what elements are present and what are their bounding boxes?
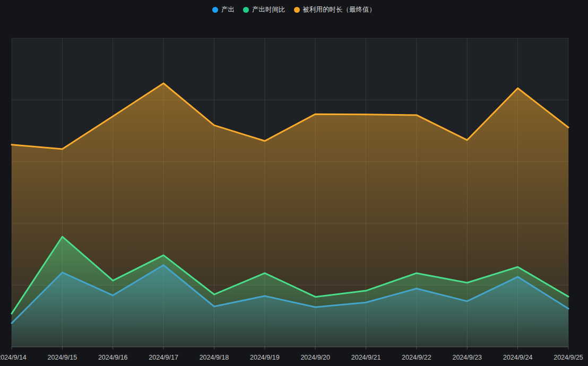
legend-item-utilized-duration-final[interactable]: 被利用的时长（最终值） xyxy=(294,4,376,15)
x-axis-label: 2024/9/21 xyxy=(351,354,381,361)
x-axis-label: 2024/9/16 xyxy=(98,354,128,361)
legend-item-output[interactable]: 产出 xyxy=(212,4,235,15)
chart-screen: 产出 产出时间比 被利用的时长（最终值） 2024/9/142024/9/152… xyxy=(0,0,588,366)
chart-legend: 产出 产出时间比 被利用的时长（最终值） xyxy=(0,4,588,15)
x-axis-label: 2024/9/15 xyxy=(48,354,77,361)
legend-label-utilized-duration-final: 被利用的时长（最终值） xyxy=(303,4,376,15)
x-axis-label: 2024/9/19 xyxy=(250,354,280,361)
x-axis-label: 2024/9/24 xyxy=(503,354,533,361)
legend-label-output-time-ratio: 产出时间比 xyxy=(252,4,286,15)
legend-dot-utilized-duration-final-icon xyxy=(294,7,300,13)
legend-dot-output-time-ratio-icon xyxy=(243,7,249,13)
area-chart: 2024/9/142024/9/152024/9/162024/9/172024… xyxy=(0,0,588,366)
x-axis-label: 2024/9/18 xyxy=(200,354,229,361)
x-axis-label: 2024/9/17 xyxy=(149,354,178,361)
legend-item-output-time-ratio[interactable]: 产出时间比 xyxy=(243,4,286,15)
x-axis-label: 2024/9/14 xyxy=(0,354,27,361)
x-axis-label: 2024/9/23 xyxy=(452,354,482,361)
legend-dot-output-icon xyxy=(212,7,218,13)
x-axis-label: 2024/9/20 xyxy=(300,354,330,361)
x-axis-label: 2024/9/25 xyxy=(554,354,583,361)
legend-label-output: 产出 xyxy=(221,4,235,15)
x-axis-label: 2024/9/22 xyxy=(402,354,431,361)
